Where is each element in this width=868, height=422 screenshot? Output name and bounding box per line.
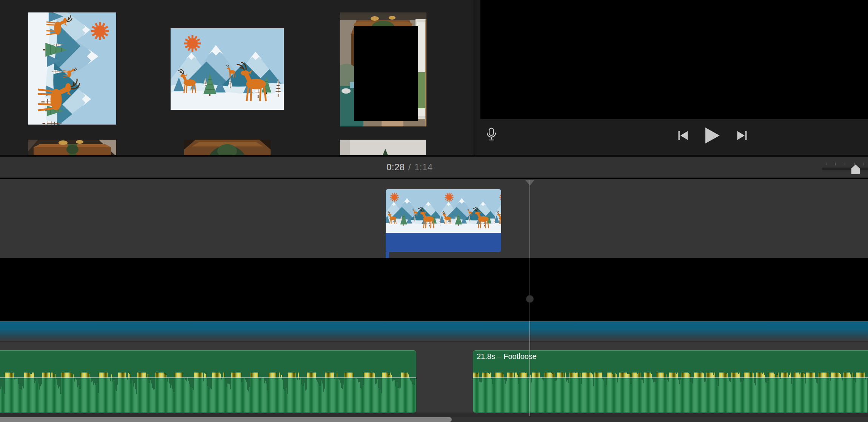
play-icon [705,128,720,143]
redaction-rectangle [354,26,418,121]
timeline-toolbar [0,157,868,178]
clip-accent-bar [386,233,501,252]
winter-scene-image [495,189,501,233]
scrollbar-thumb[interactable] [0,417,452,422]
media-thumbnail-cabinet-wreath[interactable] [184,140,271,155]
record-voiceover-button[interactable] [485,126,498,143]
media-thumbnail-winter-landscape[interactable] [171,28,284,110]
timeline-bottom-strip [0,413,868,417]
media-thumbnail-room-redacted[interactable] [340,12,426,126]
media-thumbnail-wall-tree-top[interactable] [340,140,426,155]
transport-controls [678,127,747,144]
room-photo [340,12,426,126]
time-display: 0:28 / 1:14 [386,162,433,174]
clip-frame-thumbnail [386,189,440,233]
winter-scene-image [171,28,284,110]
clip-frame-thumbnail [495,189,501,233]
video-editor-window: 0:28 / 1:14 [0,0,868,422]
current-time: 0:28 [386,162,405,172]
skip-to-start-icon [678,131,688,140]
play-button[interactable] [705,128,720,143]
audio-clip-label: 21.8s – Footloose [477,352,537,361]
skip-to-end-button[interactable] [737,131,747,140]
zoom-slider-tick [835,163,836,165]
volume-control-line[interactable] [0,377,416,378]
audio-waveform [0,350,416,413]
audio-clip-footloose[interactable]: 21.8s – Footloose [473,350,868,413]
winter-scene-image [440,189,495,233]
volume-control-line[interactable] [473,377,868,378]
zoom-slider-tick [854,163,855,165]
timeline-zoom-slider-track[interactable] [822,168,868,170]
zoom-slider-tick [863,163,864,165]
playhead-line[interactable] [529,180,530,258]
clip-filmstrip [386,189,501,233]
total-duration: 1:14 [414,162,433,172]
media-thumbnail-winter-portrait[interactable] [28,12,116,125]
zoom-slider-tick [845,163,845,165]
winter-scene-image [28,12,116,125]
playhead-knob[interactable] [526,295,534,303]
media-browser [0,0,474,155]
timeline-empty-well [0,258,868,321]
viewer-preview[interactable] [480,0,868,119]
skip-to-end-icon [737,131,747,140]
playhead-line-dim [529,258,530,321]
skip-to-start-button[interactable] [678,131,688,140]
microphone-icon [486,128,497,142]
clip-frame-thumbnail [440,189,495,233]
timeline-video-clip[interactable] [386,189,501,252]
playhead-line-lower [529,321,530,416]
zoom-slider-tick [826,163,826,165]
winter-scene-image [386,189,440,233]
background-music-well [0,321,868,341]
audio-clip[interactable] [0,350,416,413]
time-separator: / [408,162,411,172]
media-thumbnail-cabinet-deer[interactable] [28,140,116,155]
